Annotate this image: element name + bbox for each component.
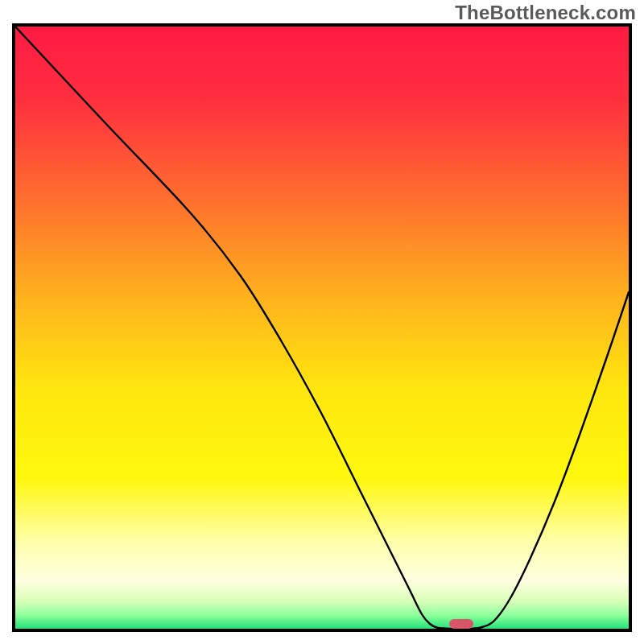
plot-frame [12, 23, 632, 632]
bottleneck-curve [15, 27, 629, 629]
optimum-marker [449, 619, 473, 629]
chart-container: TheBottleneck.com [0, 0, 644, 644]
watermark-text: TheBottleneck.com [455, 2, 636, 24]
